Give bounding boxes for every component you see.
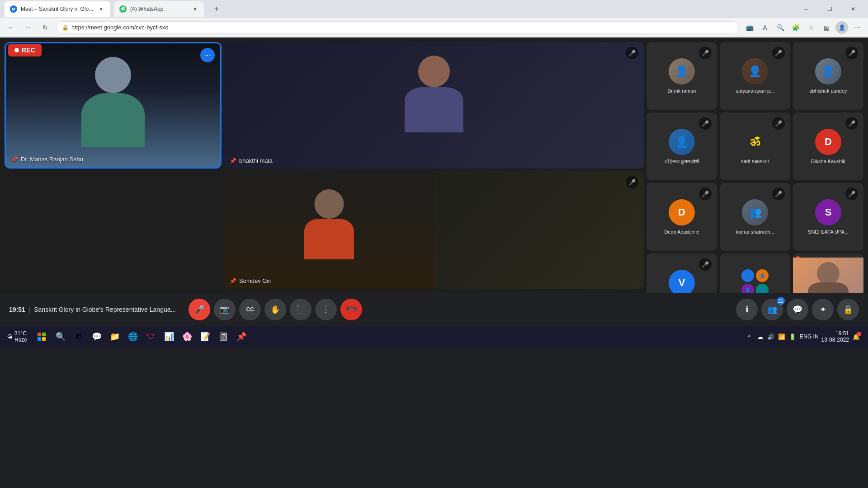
photos-button[interactable]: 🌸 (179, 328, 195, 345)
tab-meet[interactable]: M Meet – Sanskrit Glory in Glo... ✕ (5, 1, 110, 17)
mini-avatar-2: 👤 (756, 269, 769, 282)
dr-mk-raman-tile[interactable]: 🎤 👤 Dr.mk raman (646, 42, 717, 110)
dr-mk-raman-name: Dr.mk raman (666, 88, 698, 94)
explorer-icon: 📁 (110, 332, 120, 342)
camera-button[interactable]: 📷 (214, 299, 236, 320)
teams-button[interactable]: 💬 (89, 328, 105, 345)
right-panel: 🎤 👤 Dr.mk raman 🎤 👤 satyanarayan p... 🎤 … (646, 42, 863, 289)
somdev-name: 📌 Somdev Giri (230, 277, 272, 284)
abhishek-avatar: 👤 (815, 58, 841, 84)
somdev-giri-tile[interactable]: 🎤 📌 Somdev Giri (224, 171, 644, 289)
close-button[interactable]: ✕ (843, 2, 863, 16)
end-call-button[interactable]: 📞 (340, 299, 362, 320)
abhishek-pandey-tile[interactable]: 🎤 👤 abhishek pandey (793, 42, 863, 110)
avast-button[interactable]: 🛡 (143, 328, 159, 345)
bhakti-name: 📌 bhakthi mala (230, 157, 273, 164)
tab-whatsapp[interactable]: 💬 (4) WhatsApp ✕ (114, 1, 204, 17)
dean-name: Dean Academic (662, 229, 701, 235)
onenote-button[interactable]: 📓 (215, 328, 231, 345)
controls-right: ℹ 👥 21 💬 ✦ 🔒 (736, 299, 859, 320)
search-taskbar-button[interactable]: 🔍 (52, 328, 69, 345)
maximize-button[interactable]: ☐ (819, 2, 840, 16)
cast-icon[interactable]: 📺 (743, 21, 756, 34)
sarit-sanskrit-tile[interactable]: 🎤 ॐ sarit sanskrit (720, 113, 790, 180)
profile-icon[interactable]: 👤 (835, 21, 848, 34)
present-button[interactable]: ⬛ (290, 299, 311, 320)
powerpoint-button[interactable]: 📊 (161, 328, 177, 345)
abhishek-mute: 🎤 (845, 47, 858, 59)
win-sq2 (42, 333, 46, 336)
meet-time: 19:51 (9, 306, 25, 313)
chat-button[interactable]: 💬 (787, 299, 808, 320)
forward-button[interactable]: → (22, 21, 34, 34)
start-button[interactable] (33, 328, 51, 346)
vijay-jha-tile[interactable]: 🎤 V Vijay Jha (646, 253, 717, 293)
tab-whatsapp-close[interactable]: ✕ (191, 5, 199, 13)
edge-button[interactable]: 🌐 (125, 328, 141, 345)
tab-whatsapp-title: (4) WhatsApp (130, 6, 187, 12)
reload-button[interactable]: ↻ (39, 21, 52, 34)
word-button[interactable]: 📝 (197, 328, 213, 345)
activities-button[interactable]: ✦ (812, 299, 834, 320)
minimize-button[interactable]: ─ (796, 2, 816, 16)
battery-icon[interactable]: 🔋 (788, 332, 797, 341)
explorer-button[interactable]: 📁 (107, 328, 123, 345)
more-icon[interactable]: ⋯ (851, 21, 863, 34)
more-options-button[interactable]: ⋮ (315, 299, 337, 320)
volume-icon[interactable]: 🔊 (766, 332, 775, 341)
url-bar[interactable]: 🔒 https://meet.google.com/cvc-bycf-sxo (56, 21, 739, 34)
weather-temp: 31°C (14, 330, 27, 337)
notification-icon[interactable]: 🔔 (852, 332, 861, 341)
satyanarayan-tile[interactable]: 🎤 👤 satyanarayan p... (720, 42, 790, 110)
rec-button[interactable]: REC (8, 44, 42, 56)
tab-meet-close[interactable]: ✕ (97, 5, 105, 13)
raise-hand-button[interactable]: ✋ (264, 299, 286, 320)
teams-icon: 💬 (92, 332, 102, 342)
diksha-kaushik-tile[interactable]: 🎤 D Diksha Kaushik (793, 113, 863, 180)
bhakti-mala-tile[interactable]: 🎤 📌 bhakthi mala (224, 42, 644, 169)
abhishek-name: abhishek pandey (807, 88, 849, 94)
captions-button[interactable]: CC (239, 299, 261, 320)
others-tile[interactable]: 👤 👤 👤 👤 7 others (720, 253, 790, 293)
mute-button[interactable]: 🎤 (189, 299, 210, 320)
search-icon[interactable]: 🔍 (774, 21, 787, 34)
network-icon[interactable]: 📶 (777, 332, 786, 341)
kumar-shatrudh-tile[interactable]: 🎤 👥 kumar shatrudh... (720, 183, 790, 251)
lock-icon: 🔒 (843, 305, 853, 314)
mini-avatar-4: 👤 (756, 284, 769, 294)
others-avatars: 👤 👤 👤 👤 (741, 269, 769, 293)
favorites-icon[interactable]: ☆ (805, 21, 817, 34)
snehlata-tile[interactable]: 🎤 S SNEHLATA UPA... (793, 183, 863, 251)
camera-icon: 📷 (220, 305, 230, 314)
main-speaker-tile[interactable]: ⋯ 📌 Dr. Manas Ranjan Sahu (5, 42, 222, 169)
weather-widget[interactable]: 🌤 31°C Haze (4, 330, 31, 343)
dr-hemant-tile[interactable]: 🎤 👤 डॉ.हेमन्त कुमारजोशी (646, 113, 717, 180)
chevron-icon[interactable]: ^ (745, 332, 754, 341)
info-button[interactable]: ℹ (736, 299, 758, 320)
avast-icon: 🛡 (147, 332, 155, 342)
powerpoint-icon: 📊 (164, 332, 174, 342)
collections-icon[interactable]: ▦ (820, 21, 833, 34)
you-tile[interactable]: You (793, 253, 863, 293)
satyanarayan-mute: 🎤 (772, 47, 785, 59)
diksha-mute: 🎤 (845, 117, 858, 130)
snehlata-name: SNEHLATA UPA... (806, 229, 850, 235)
photos-icon: 🌸 (182, 332, 192, 342)
back-button[interactable]: ← (5, 21, 17, 34)
windows-logo (38, 333, 46, 341)
lock-button[interactable]: 🔒 (837, 299, 859, 320)
dr-hemant-name: डॉ.हेमन्त कुमारजोशी (663, 159, 701, 164)
new-tab-button[interactable]: + (210, 2, 223, 16)
task-view-button[interactable]: ⧉ (71, 328, 87, 345)
dean-mute: 🎤 (699, 188, 712, 200)
lang-text: ENG IN (800, 333, 818, 340)
lang-indicator[interactable]: ENG IN (800, 333, 818, 340)
cloud-icon[interactable]: ☁ (755, 332, 764, 341)
more-options-btn[interactable]: ⋯ (200, 48, 215, 62)
dean-academic-tile[interactable]: 🎤 D Dean Academic (646, 183, 717, 251)
sticky-button[interactable]: 📌 (233, 328, 250, 345)
raise-hand-icon: ✋ (270, 305, 280, 314)
participants-button[interactable]: 👥 21 (761, 299, 783, 320)
translate-icon[interactable]: A (759, 21, 771, 34)
extensions-icon[interactable]: 🧩 (789, 21, 802, 34)
